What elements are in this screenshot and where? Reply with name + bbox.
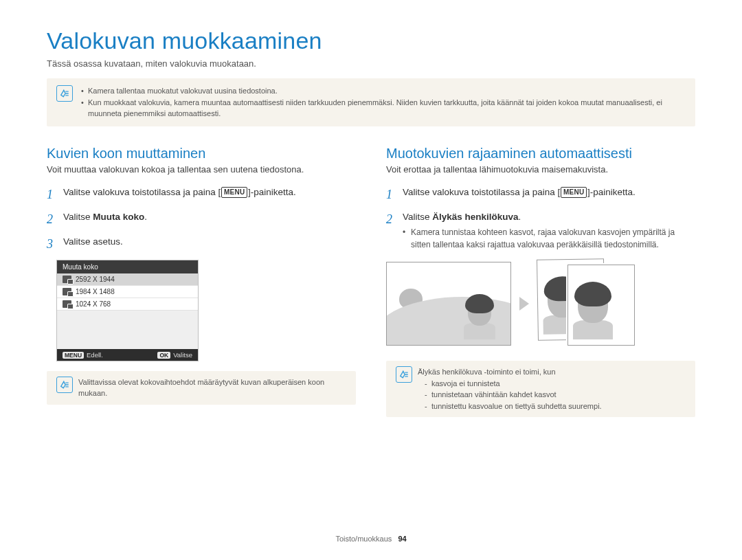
ok-tag: OK [157, 352, 170, 359]
step-text: Valitse [403, 212, 432, 222]
step-1-left: 1 Valitse valokuva toistotilassa ja pain… [47, 186, 356, 203]
step-bold: Älykäs henkilökuva [432, 212, 518, 222]
top-note-item: Kun muokkaat valokuvia, kamera muuntaa a… [81, 97, 686, 120]
step-number: 2 [47, 210, 56, 228]
step-2-left: 2 Valitse Muuta koko. [47, 210, 356, 228]
left-note: Valittavissa olevat kokovaihtoehdot määr… [47, 371, 356, 405]
image-icon [63, 300, 71, 308]
step-text: Valitse valokuva toistotilassa ja paina … [403, 187, 560, 197]
footer-select-label: Valitse [173, 351, 192, 359]
menu-tag: MENU [63, 352, 84, 359]
section-lead-right: Voit erottaa ja tallentaa lähimuotokuvia… [386, 164, 695, 175]
section-heading-right: Muotokuvien rajaaminen automaattisesti [386, 146, 695, 161]
note-text: Valittavissa olevat kokovaihtoehdot määr… [78, 377, 346, 399]
screen-title: Muuta koko [57, 260, 198, 273]
step-3-left: 3 Valitse asetus. [47, 235, 356, 253]
note-item: kasvoja ei tunnisteta [425, 378, 686, 390]
image-icon [63, 288, 71, 295]
step-text: ]-painiketta. [587, 187, 636, 197]
section-heading-left: Kuvien koon muuttaminen [47, 146, 356, 161]
step-2-right: 2 Valitse Älykäs henkilökuva. Kamera tun… [386, 210, 695, 251]
note-icon [396, 366, 412, 383]
step-text: Valitse asetus. [63, 235, 356, 253]
note-icon [56, 377, 73, 393]
resolution-option[interactable]: 2592 X 1944 [57, 273, 198, 286]
resolution-label: 1024 X 768 [76, 300, 111, 308]
step-text: . [144, 212, 147, 222]
note-lead: Älykäs henkilökuva -toiminto ei toimi, k… [418, 366, 686, 378]
footer-section: Toisto/muokkaus [335, 535, 392, 543]
step-number: 3 [47, 235, 56, 253]
footer-back-label: Edell. [87, 351, 103, 359]
section-lead-left: Voit muuttaa valokuvan kokoa ja tallenta… [47, 164, 356, 175]
footer-page-number: 94 [398, 535, 406, 543]
step-text: Valitse valokuva toistotilassa ja paina … [63, 187, 221, 197]
step-text: Valitse [63, 212, 93, 222]
note-icon [56, 85, 73, 102]
step-text: . [519, 212, 521, 222]
step-number: 2 [386, 210, 396, 251]
resolution-option[interactable]: 1024 X 768 [57, 298, 198, 311]
resolution-label: 2592 X 1944 [76, 276, 115, 283]
note-item: tunnistetaan vähintään kahdet kasvot [425, 389, 686, 401]
step-text: ]-painiketta. [248, 187, 296, 197]
resolution-label: 1984 X 1488 [76, 288, 115, 295]
portrait-crop-illustration [386, 259, 695, 348]
step-number: 1 [386, 186, 396, 203]
image-icon [63, 276, 71, 283]
resolution-option[interactable]: 1984 X 1488 [57, 286, 198, 298]
camera-menu-mock: Muuta koko 2592 X 1944 1984 X 1488 1024 … [56, 260, 199, 361]
menu-icon: MENU [561, 187, 587, 199]
landscape-photo [386, 262, 511, 346]
page-footer: Toisto/muokkaus 94 [0, 535, 742, 543]
page-intro: Tässä osassa kuvataan, miten valokuvia m… [47, 58, 695, 69]
step-1-right: 1 Valitse valokuva toistotilassa ja pain… [386, 186, 695, 203]
page-title: Valokuvan muokkaaminen [47, 27, 695, 54]
right-note: Älykäs henkilökuva -toiminto ei toimi, k… [386, 361, 695, 417]
note-item: tunnistettu kasvoalue on tiettyä suhdett… [425, 401, 686, 412]
top-note: Kamera tallentaa muokatut valokuvat uusi… [47, 78, 695, 126]
step-sub-bullet: Kamera tunnistaa kohteen kasvot, rajaa v… [403, 226, 695, 251]
top-note-item: Kamera tallentaa muokatut valokuvat uusi… [81, 85, 686, 97]
menu-icon: MENU [221, 187, 247, 199]
step-number: 1 [47, 186, 56, 203]
cropped-portraits [537, 259, 640, 348]
arrow-right-icon [519, 297, 529, 311]
step-bold: Muuta koko [93, 212, 144, 222]
